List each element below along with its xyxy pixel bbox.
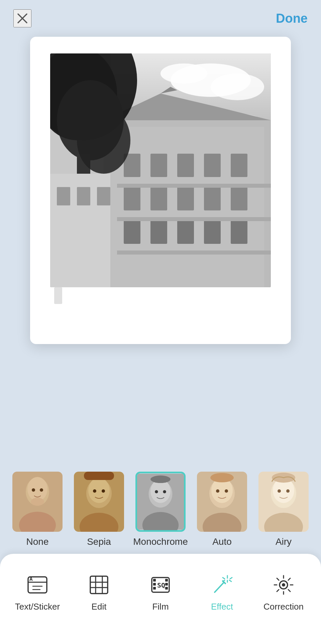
svg-rect-13: [204, 154, 221, 177]
tool-film[interactable]: SQ Film: [130, 573, 191, 612]
svg-point-62: [216, 489, 219, 493]
filter-thumb-auto: [197, 472, 247, 532]
svg-line-104: [277, 578, 279, 580]
close-icon: [16, 12, 29, 25]
correction-icon: [272, 573, 296, 597]
svg-rect-87: [165, 579, 168, 582]
svg-rect-24: [231, 220, 247, 244]
main-photo: [50, 53, 271, 287]
toolbar: A Text/Sticker Edit SQ: [0, 554, 321, 644]
portrait-airy: [258, 472, 309, 532]
svg-rect-16: [150, 187, 167, 210]
tool-label-effect: Effect: [211, 602, 233, 612]
svg-point-42: [40, 488, 43, 492]
svg-rect-85: [153, 583, 156, 586]
svg-point-56: [163, 490, 166, 493]
svg-rect-33: [97, 187, 110, 205]
svg-point-48: [93, 489, 96, 493]
filter-thumb-airy: [258, 472, 309, 532]
tool-label-text-sticker: Text/Sticker: [15, 602, 60, 612]
filter-none[interactable]: None: [7, 472, 68, 547]
tool-effect[interactable]: Effect: [191, 573, 253, 612]
polaroid-bottom: [50, 287, 271, 304]
svg-rect-84: [153, 579, 156, 582]
filter-sepia[interactable]: Sepia: [68, 472, 130, 547]
portrait-sepia: [74, 472, 124, 532]
tool-label-film: Film: [152, 602, 169, 612]
filter-label-airy: Airy: [276, 536, 292, 547]
svg-point-64: [210, 473, 234, 482]
effect-icon: [210, 573, 234, 597]
tool-correction[interactable]: Correction: [253, 573, 314, 612]
svg-line-97: [230, 578, 232, 579]
filter-auto[interactable]: Auto: [191, 472, 253, 547]
filter-thumb-sepia: [74, 472, 124, 532]
svg-line-94: [223, 578, 225, 579]
tool-label-edit: Edit: [92, 602, 107, 612]
svg-rect-18: [204, 187, 221, 210]
svg-line-95: [229, 580, 231, 582]
svg-rect-23: [204, 220, 221, 244]
filter-strip: None Sepia: [0, 450, 321, 554]
svg-rect-11: [150, 154, 167, 177]
svg-rect-22: [177, 220, 194, 244]
edit-icon: [87, 573, 111, 597]
svg-rect-15: [124, 187, 140, 210]
polaroid-frame: [30, 37, 291, 344]
film-icon: SQ: [148, 573, 173, 597]
svg-point-49: [102, 489, 105, 493]
close-button[interactable]: [13, 9, 31, 27]
svg-rect-77: [90, 576, 108, 594]
filter-monochrome[interactable]: Monochrome: [130, 472, 191, 547]
filter-list: None Sepia: [0, 472, 321, 547]
polaroid-tag: [54, 287, 62, 304]
filter-thumb-monochrome: [135, 472, 186, 532]
svg-point-57: [150, 476, 171, 483]
photo-svg: [50, 53, 271, 287]
svg-point-99: [282, 583, 285, 587]
svg-point-55: [155, 490, 158, 493]
tool-text-sticker[interactable]: A Text/Sticker: [7, 573, 68, 612]
svg-point-5: [211, 73, 264, 100]
svg-point-63: [225, 489, 228, 493]
filter-label-none: None: [26, 536, 49, 547]
svg-rect-20: [124, 220, 140, 244]
svg-rect-36: [117, 251, 271, 255]
header: Done: [0, 0, 321, 37]
svg-point-6: [160, 63, 207, 84]
svg-text:A: A: [29, 576, 33, 582]
svg-rect-34: [117, 184, 271, 188]
svg-rect-86: [153, 587, 156, 590]
svg-rect-31: [57, 187, 70, 205]
svg-rect-32: [77, 187, 90, 205]
tool-edit[interactable]: Edit: [68, 573, 130, 612]
svg-point-40: [27, 477, 47, 501]
svg-point-69: [278, 489, 281, 493]
svg-point-47: [88, 478, 110, 503]
svg-rect-17: [177, 187, 194, 210]
svg-line-105: [288, 590, 290, 592]
svg-rect-50: [84, 472, 114, 480]
svg-rect-35: [117, 217, 271, 221]
svg-rect-14: [231, 154, 247, 177]
svg-rect-21: [150, 220, 167, 244]
svg-point-41: [32, 488, 35, 492]
portrait-auto: [197, 472, 247, 532]
filter-label-auto: Auto: [212, 536, 232, 547]
svg-point-43: [31, 498, 44, 506]
svg-point-70: [286, 489, 290, 493]
filter-airy[interactable]: Airy: [253, 472, 314, 547]
filter-thumb-none: [12, 472, 63, 532]
filter-label-sepia: Sepia: [87, 536, 111, 547]
tool-label-correction: Correction: [263, 602, 304, 612]
portrait-monochrome: [137, 473, 184, 530]
done-button[interactable]: Done: [276, 11, 308, 26]
text-sticker-icon: A: [25, 573, 49, 597]
svg-line-106: [288, 578, 290, 580]
svg-point-29: [77, 107, 130, 174]
polaroid-container: [30, 37, 291, 344]
svg-rect-12: [177, 154, 194, 177]
svg-rect-89: [165, 587, 168, 590]
svg-line-107: [277, 590, 279, 592]
svg-text:SQ: SQ: [157, 581, 165, 589]
